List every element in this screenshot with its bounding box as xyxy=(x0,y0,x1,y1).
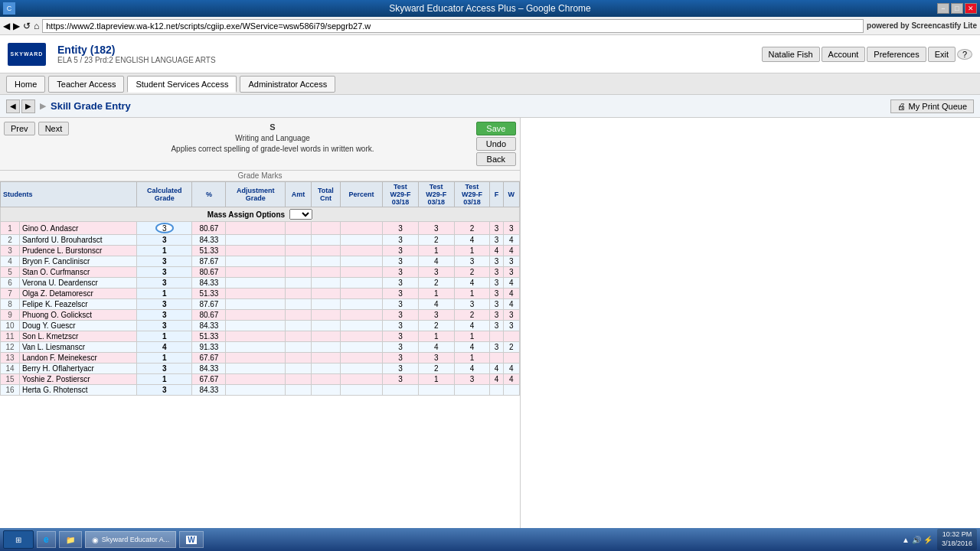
grade-cell[interactable] xyxy=(226,278,286,289)
grade-cell: 3 xyxy=(137,267,192,278)
maximize-btn[interactable]: □ xyxy=(951,3,963,14)
undo-btn[interactable]: Undo xyxy=(476,137,516,151)
grade-cell[interactable] xyxy=(286,289,312,299)
grade-cell: 2 xyxy=(418,364,454,374)
minimize-btn[interactable]: − xyxy=(937,3,949,14)
student-name-cell: Verona U. Deardenscr xyxy=(19,278,136,289)
back-nav-icon[interactable]: ◀ xyxy=(3,21,10,31)
preferences-btn[interactable]: Preferences xyxy=(867,47,926,62)
grade-cell: 51.33 xyxy=(192,331,226,342)
grade-cell: 1 xyxy=(418,289,454,299)
grade-cell[interactable] xyxy=(226,235,286,246)
save-btn[interactable]: Save xyxy=(476,122,516,135)
right-arrow-btn[interactable]: ▶ xyxy=(21,99,35,113)
taskbar-app-word[interactable]: W xyxy=(179,531,203,548)
grade-cell: 80.67 xyxy=(192,222,226,235)
taskbar-app-chrome[interactable]: ◉ Skyward Educator A... xyxy=(85,531,177,548)
grade-cell[interactable] xyxy=(226,222,286,235)
reload-icon[interactable]: ↺ xyxy=(23,21,31,31)
taskbar-app-explorer[interactable]: 📁 xyxy=(59,531,82,548)
grade-cell: 67.67 xyxy=(192,353,226,364)
grade-cell[interactable] xyxy=(286,321,312,331)
nav-arrows[interactable]: ◀ ▶ xyxy=(6,99,35,113)
grade-cell: 11 xyxy=(1,331,20,342)
nav-teacher-access[interactable]: Teacher Access xyxy=(48,76,124,93)
grade-cell: 3 xyxy=(383,342,419,353)
grade-cell[interactable] xyxy=(286,299,312,310)
grade-cell[interactable] xyxy=(226,267,286,278)
grade-cell[interactable] xyxy=(286,256,312,267)
grade-cell: 3 xyxy=(137,235,192,246)
grade-cell[interactable] xyxy=(286,278,312,289)
grade-cell: 1 xyxy=(137,289,192,299)
window-controls[interactable]: − □ ✕ xyxy=(937,3,977,14)
grade-cell[interactable] xyxy=(226,374,286,385)
grade-cell: 84.33 xyxy=(192,385,226,396)
left-arrow-btn[interactable]: ◀ xyxy=(6,99,20,113)
grade-cell: 91.33 xyxy=(192,342,226,353)
grade-cell: 1 xyxy=(137,353,192,364)
grade-cell xyxy=(311,289,340,299)
next-btn[interactable]: Next xyxy=(38,122,70,135)
grade-cell[interactable] xyxy=(286,222,312,235)
exit-btn[interactable]: Exit xyxy=(928,47,956,62)
grade-cell[interactable] xyxy=(286,385,312,396)
grade-cell[interactable] xyxy=(226,299,286,310)
table-row: 3Prudence L. Burstonscr151.3331144 xyxy=(1,246,520,256)
grade-cell: 6 xyxy=(1,278,20,289)
print-icon: 🖨 xyxy=(897,102,906,111)
grade-cell: 2 xyxy=(1,235,20,246)
print-queue-btn[interactable]: 🖨 My Print Queue xyxy=(890,99,974,113)
grade-cell[interactable] xyxy=(286,331,312,342)
nav-admin[interactable]: Administrator Access xyxy=(240,76,335,93)
grade-cell[interactable] xyxy=(286,246,312,256)
grade-cell: 1 xyxy=(137,246,192,256)
grade-cell: 16 xyxy=(1,385,20,396)
grade-cell[interactable] xyxy=(226,331,286,342)
grade-cell[interactable] xyxy=(226,342,286,353)
grade-cell[interactable] xyxy=(226,321,286,331)
forward-nav-icon[interactable]: ▶ xyxy=(13,21,20,31)
grade-entry-panel: Prev Next S Writing and Language Applies… xyxy=(0,118,521,551)
account-btn[interactable]: Account xyxy=(822,47,866,62)
grade-cell[interactable] xyxy=(226,385,286,396)
grade-cell xyxy=(311,267,340,278)
grade-cell[interactable] xyxy=(286,374,312,385)
grade-cell[interactable] xyxy=(286,353,312,364)
taskbar-app-ie[interactable]: e xyxy=(37,531,56,548)
grade-cell xyxy=(311,374,340,385)
grade-cell[interactable] xyxy=(286,310,312,321)
prev-btn[interactable]: Prev xyxy=(4,122,35,135)
grade-cell[interactable] xyxy=(286,267,312,278)
nav-student-services[interactable]: Student Services Access xyxy=(127,76,237,93)
mass-assign-select[interactable]: 1 2 3 4 xyxy=(289,209,312,220)
nav-home[interactable]: Home xyxy=(6,76,45,93)
prev-next-controls[interactable]: Prev Next xyxy=(4,122,69,135)
grade-cell[interactable] xyxy=(226,256,286,267)
grade-cell xyxy=(311,385,340,396)
grade-cell[interactable] xyxy=(226,353,286,364)
user-name-btn[interactable]: Natalie Fish xyxy=(762,47,820,62)
grade-cell[interactable] xyxy=(286,364,312,374)
grade-cell[interactable] xyxy=(226,310,286,321)
home-icon[interactable]: ⌂ xyxy=(34,21,39,31)
grade-cell: 1 xyxy=(418,246,454,256)
back-btn[interactable]: Back xyxy=(476,152,516,166)
grade-cell xyxy=(503,353,519,364)
grade-cell xyxy=(341,385,383,396)
help-btn[interactable]: ? xyxy=(957,49,972,60)
start-button[interactable]: ⊞ xyxy=(3,530,34,549)
col-test3: TestW29-F03/18 xyxy=(454,182,490,207)
close-btn[interactable]: ✕ xyxy=(965,3,977,14)
grade-cell: 1 xyxy=(454,289,490,299)
grade-cell[interactable] xyxy=(226,364,286,374)
grade-cell[interactable] xyxy=(226,246,286,256)
grade-cell[interactable] xyxy=(226,289,286,299)
address-input[interactable] xyxy=(42,19,864,33)
grade-input[interactable] xyxy=(155,223,174,233)
grade-cell[interactable] xyxy=(286,235,312,246)
grade-cell[interactable] xyxy=(286,342,312,353)
grade-cell[interactable] xyxy=(137,222,192,235)
student-name-cell: Phuong O. Golicksct xyxy=(19,310,136,321)
student-name-cell: Berry H. Oflahertyacr xyxy=(19,364,136,374)
